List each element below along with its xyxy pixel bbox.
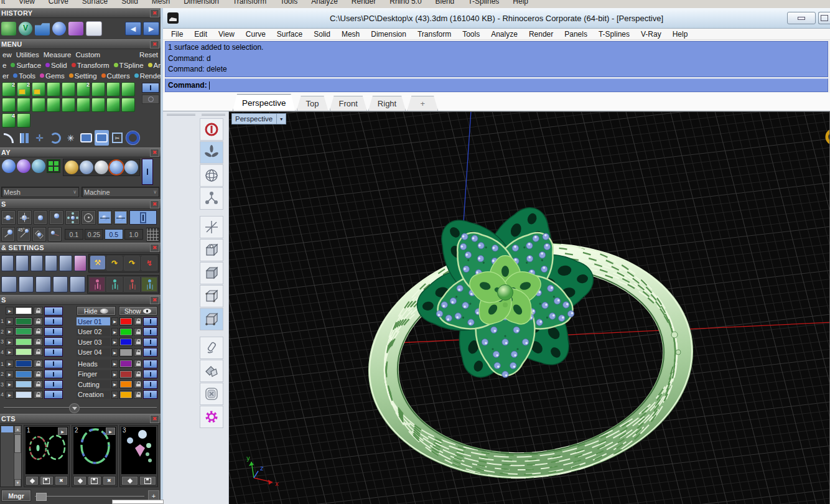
menu-tools[interactable]: Tools	[457, 30, 485, 39]
expand-icon[interactable]: ▶	[6, 348, 14, 356]
lock-icon[interactable]	[134, 360, 142, 368]
close-icon[interactable]: ✖	[150, 244, 159, 252]
slider-handle[interactable]	[36, 493, 47, 501]
lock-icon[interactable]	[134, 380, 142, 388]
delete-button[interactable]: ✖	[55, 476, 68, 485]
history-back-button[interactable]: ◀	[125, 22, 141, 35]
layer-on-toggle[interactable]	[143, 327, 157, 336]
layer-name[interactable]: User 01	[77, 317, 110, 325]
snap-tangent-icon[interactable]	[1, 227, 15, 241]
expand-icon[interactable]: ▶	[111, 391, 118, 399]
layer-color-swatch[interactable]	[15, 391, 32, 399]
layer-on-toggle[interactable]	[143, 390, 157, 399]
outer-menu-item[interactable]: Blend	[436, 0, 455, 6]
scrollbar[interactable]: ▲ ▼	[14, 426, 21, 487]
platinum-material-icon[interactable]	[80, 161, 93, 174]
shaded-mode-icon[interactable]	[2, 159, 16, 173]
menu-item[interactable]: Custom	[76, 51, 101, 58]
menu-curve[interactable]: Curve	[240, 30, 271, 39]
close-icon[interactable]: ✖	[150, 9, 159, 17]
surface-tool-icon[interactable]	[77, 98, 90, 112]
alert-tool-icon[interactable]: ⚒	[90, 256, 105, 269]
grid-settings-icon[interactable]	[146, 228, 159, 241]
menu-vray[interactable]: V-Ray	[635, 30, 667, 39]
toolbar-toggle-off[interactable]	[142, 95, 159, 104]
outer-menu-item[interactable]: Render	[352, 0, 376, 6]
layer-on-toggle[interactable]	[44, 380, 63, 389]
expand-icon[interactable]: ▶	[111, 348, 118, 357]
outer-menu-item[interactable]: Solid	[121, 0, 138, 6]
outer-menu-item[interactable]: Dimension	[184, 0, 219, 6]
close-icon[interactable]: ✖	[150, 40, 159, 49]
menu-item[interactable]: Cutters	[101, 72, 130, 80]
layer-on-toggle[interactable]	[44, 370, 63, 378]
viewport-canvas[interactable]: yzx	[229, 112, 830, 504]
wire-cube-icon[interactable]	[1, 276, 17, 292]
close-icon[interactable]: ✖	[150, 415, 159, 423]
tab-right[interactable]: Right	[368, 96, 406, 111]
tab-top[interactable]: Top	[297, 96, 329, 111]
surface-tool-icon[interactable]: 4	[2, 113, 16, 128]
snap-near-icon[interactable]	[1, 210, 16, 225]
selected-material-icon[interactable]	[110, 161, 123, 174]
menu-view[interactable]: View	[213, 30, 240, 39]
expand-icon[interactable]: ▶	[111, 360, 118, 368]
menu-transform[interactable]: Transform	[412, 30, 457, 39]
unjoin-icon[interactable]	[95, 130, 109, 146]
box-mode-button[interactable]	[200, 262, 223, 284]
box-mode-button-selected[interactable]	[200, 308, 223, 330]
snap-value-button[interactable]: 0.25	[85, 229, 103, 240]
menu-panels[interactable]: Panels	[559, 30, 593, 39]
layer-color-swatch[interactable]	[119, 380, 133, 388]
save-button[interactable]	[139, 476, 156, 485]
lock-icon[interactable]	[34, 348, 43, 356]
surface-tool-icon[interactable]	[106, 98, 120, 112]
trim-icon[interactable]: ✂	[110, 130, 124, 146]
lock-icon[interactable]	[134, 370, 142, 378]
recycle-icon[interactable]	[1, 22, 16, 35]
outer-menu-item[interactable]: it	[1, 0, 5, 6]
snap-project-icon[interactable]	[48, 227, 62, 241]
layer-color-swatch[interactable]	[15, 360, 32, 368]
layer-color-swatch[interactable]	[15, 380, 32, 388]
layer-color-swatch[interactable]	[15, 338, 32, 346]
surface-tool-icon[interactable]	[121, 98, 135, 112]
box-mode-button[interactable]	[200, 285, 223, 307]
snap-perp-icon[interactable]	[114, 210, 128, 225]
apply-button[interactable]	[121, 476, 138, 485]
lock-icon[interactable]	[34, 307, 43, 315]
propeller-tool-button[interactable]	[200, 141, 223, 164]
sphere-icon[interactable]	[52, 22, 66, 35]
menu-item[interactable]: Utilities	[16, 51, 39, 58]
layer-on-toggle[interactable]	[143, 380, 157, 389]
expand-icon[interactable]: ▶	[111, 380, 118, 388]
gear-settings-button[interactable]	[200, 406, 223, 428]
axes-tool-button[interactable]	[200, 216, 223, 238]
lock-icon[interactable]	[34, 391, 43, 399]
layer-color-swatch[interactable]	[119, 348, 133, 357]
menu-file[interactable]: File	[166, 30, 189, 39]
surface-tool-icon[interactable]: 2	[2, 82, 16, 96]
layer-name[interactable]: User 04	[77, 348, 110, 357]
close-icon[interactable]: ✖	[150, 149, 159, 157]
lock-icon[interactable]	[34, 380, 43, 388]
menu-item[interactable]: er	[2, 72, 9, 80]
purge-history-icon[interactable]: ↯	[141, 256, 157, 271]
petal-tool-button[interactable]	[200, 360, 223, 382]
layer-color-swatch[interactable]	[119, 360, 133, 368]
book-icon[interactable]	[19, 276, 34, 292]
lock-icon[interactable]	[34, 338, 43, 346]
lock-icon[interactable]	[34, 360, 43, 368]
snap-planar-icon[interactable]	[32, 227, 46, 241]
surface-tool-icon[interactable]	[47, 98, 60, 112]
layer-name[interactable]: Finger	[77, 370, 110, 378]
hide-button[interactable]: Hide	[77, 306, 116, 315]
layer-on-toggle[interactable]	[143, 370, 157, 378]
toolbar-toggle-on[interactable]	[142, 83, 159, 93]
layer-on-toggle[interactable]	[143, 338, 157, 347]
show-button[interactable]: Show	[119, 306, 158, 315]
menu-tsplines[interactable]: T-Splines	[593, 30, 635, 39]
lock-icon[interactable]	[134, 338, 142, 346]
layer-on-toggle[interactable]	[44, 360, 63, 368]
menu-item[interactable]: e	[2, 62, 6, 69]
